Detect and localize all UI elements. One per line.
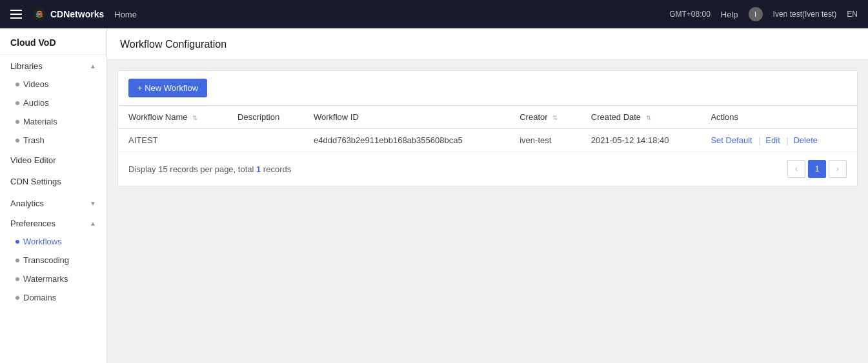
pagination-info: Display 15 records per page, total 1 rec… bbox=[128, 164, 291, 174]
action-separator-2: | bbox=[786, 135, 788, 145]
bullet-icon bbox=[15, 120, 19, 124]
pagination-prev[interactable]: ‹ bbox=[787, 160, 805, 178]
cell-workflow-id: e4ddd763b2e911ebb168ab355608bca5 bbox=[303, 129, 509, 152]
workflow-table: Workflow Name ⇅ Description Workflow ID … bbox=[118, 106, 857, 152]
action-delete[interactable]: Delete bbox=[793, 135, 818, 145]
page-title: Workflow Configuration bbox=[120, 39, 855, 50]
avatar: I bbox=[749, 7, 763, 21]
bullet-icon bbox=[15, 277, 19, 281]
col-creator[interactable]: Creator ⇅ bbox=[509, 106, 581, 129]
sidebar-item-workflows[interactable]: Workflows bbox=[0, 232, 106, 251]
bullet-icon bbox=[15, 139, 19, 142]
action-set-default[interactable]: Set Default bbox=[711, 135, 752, 145]
logo-text: CDNetworks bbox=[50, 9, 104, 19]
help-link[interactable]: Help bbox=[721, 10, 738, 19]
col-created-date[interactable]: Created Date ⇅ bbox=[581, 106, 701, 129]
logo: CDNetworks bbox=[32, 7, 104, 21]
workflow-table-wrap: Workflow Name ⇅ Description Workflow ID … bbox=[118, 106, 857, 152]
sort-icon-creator: ⇅ bbox=[552, 114, 558, 121]
chevron-up-icon: ▲ bbox=[90, 220, 96, 227]
panel-toolbar: + New Workflow bbox=[118, 71, 857, 106]
bullet-icon bbox=[15, 259, 19, 262]
pagination-row: Display 15 records per page, total 1 rec… bbox=[118, 152, 857, 186]
home-link[interactable]: Home bbox=[114, 10, 137, 19]
pagination-controls: ‹ 1 › bbox=[787, 160, 847, 178]
sidebar-item-transcoding[interactable]: Transcoding bbox=[0, 251, 106, 270]
bullet-icon bbox=[15, 240, 19, 244]
col-workflow-id: Workflow ID bbox=[303, 106, 509, 129]
bullet-icon bbox=[15, 83, 19, 86]
sort-icon-created-date: ⇅ bbox=[646, 114, 651, 121]
preferences-section-header[interactable]: Preferences ▲ bbox=[0, 212, 106, 232]
sidebar-item-audios[interactable]: Audios bbox=[0, 93, 106, 112]
chevron-down-icon: ▼ bbox=[90, 200, 96, 207]
timezone-display: GMT+08:00 bbox=[669, 10, 711, 19]
action-separator-1: | bbox=[758, 135, 760, 145]
analytics-section-header[interactable]: Analytics ▼ bbox=[0, 192, 106, 212]
app-title: Cloud VoD bbox=[0, 28, 106, 55]
new-workflow-button[interactable]: + New Workflow bbox=[128, 79, 207, 97]
language-selector[interactable]: EN bbox=[847, 10, 858, 19]
page-header: Workflow Configuration bbox=[107, 28, 868, 60]
sidebar: Cloud VoD Libraries ▲ Videos Audios Mate… bbox=[0, 28, 107, 363]
sidebar-item-materials[interactable]: Materials bbox=[0, 112, 106, 131]
bullet-icon bbox=[15, 101, 19, 105]
col-workflow-name[interactable]: Workflow Name ⇅ bbox=[118, 106, 227, 129]
main-content: Workflow Configuration + New Workflow Wo… bbox=[107, 28, 868, 363]
sidebar-item-trash[interactable]: Trash bbox=[0, 131, 106, 150]
cell-created-date: 2021-05-12 14:18:40 bbox=[581, 129, 701, 152]
cell-actions: Set Default | Edit | Delete bbox=[700, 129, 857, 152]
sidebar-item-cdn-settings[interactable]: CDN Settings bbox=[0, 171, 106, 192]
cell-creator: iven-test bbox=[509, 129, 581, 152]
content-panel: + New Workflow Workflow Name ⇅ Descripti… bbox=[117, 70, 858, 186]
sidebar-item-video-editor[interactable]: Video Editor bbox=[0, 150, 106, 171]
action-edit[interactable]: Edit bbox=[765, 135, 780, 145]
col-description: Description bbox=[227, 106, 303, 129]
table-row: AITEST e4ddd763b2e911ebb168ab355608bca5 … bbox=[118, 129, 857, 152]
table-header-row: Workflow Name ⇅ Description Workflow ID … bbox=[118, 106, 857, 129]
libraries-section-header[interactable]: Libraries ▲ bbox=[0, 55, 106, 75]
pagination-page-1[interactable]: 1 bbox=[808, 160, 826, 178]
sidebar-item-videos[interactable]: Videos bbox=[0, 75, 106, 93]
col-actions: Actions bbox=[700, 106, 857, 129]
chevron-up-icon: ▲ bbox=[90, 63, 96, 70]
sidebar-item-domains[interactable]: Domains bbox=[0, 288, 106, 307]
bullet-icon bbox=[15, 296, 19, 300]
sort-icon-workflow-name: ⇅ bbox=[192, 114, 197, 121]
hamburger-menu[interactable] bbox=[10, 10, 22, 19]
top-navigation: CDNetworks Home GMT+08:00 Help I Iven te… bbox=[0, 0, 868, 28]
user-name: Iven test(Iven test) bbox=[773, 10, 837, 19]
pagination-next[interactable]: › bbox=[829, 160, 847, 178]
cell-workflow-name: AITEST bbox=[118, 129, 227, 152]
cell-description bbox=[227, 129, 303, 152]
sidebar-item-watermarks[interactable]: Watermarks bbox=[0, 270, 106, 288]
